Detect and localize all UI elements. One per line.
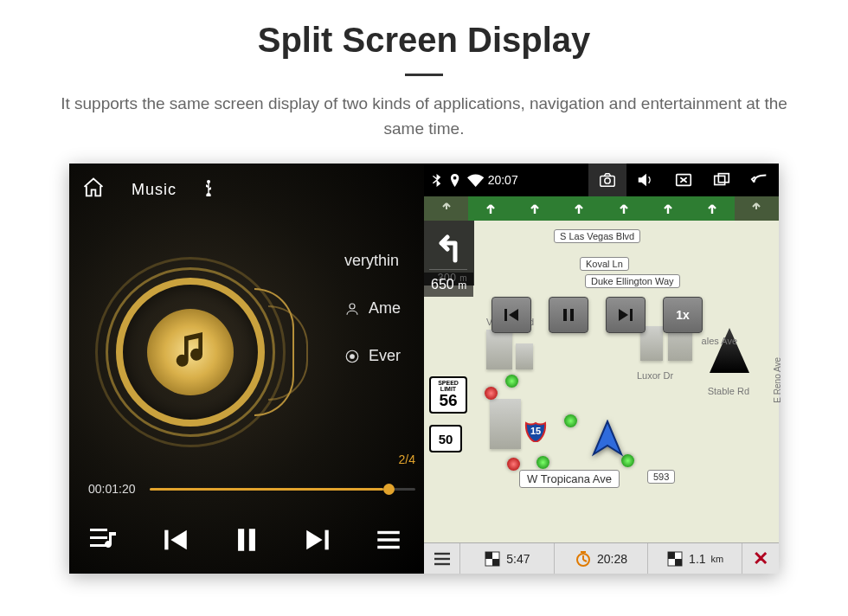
distance-value: 1.1 <box>689 552 705 566</box>
svg-rect-23 <box>563 309 567 321</box>
traffic-light-icon <box>536 456 549 469</box>
svg-rect-18 <box>715 176 725 184</box>
album-art <box>95 257 286 447</box>
street-label: S Las Vegas Blvd <box>554 229 640 243</box>
svg-rect-22 <box>504 309 507 321</box>
street-label: Duke Ellington Way <box>585 274 680 288</box>
next-track-button[interactable] <box>303 525 332 558</box>
traffic-light-icon <box>505 375 518 388</box>
track-counter: 2/4 <box>399 452 415 466</box>
location-icon <box>450 174 459 187</box>
lane-right-icon <box>735 196 779 221</box>
svg-point-2 <box>350 304 355 309</box>
total-turn-distance: 650 <box>431 277 454 292</box>
lane-straight-icon <box>691 196 735 221</box>
street-label-current: W Tropicana Ave <box>519 470 620 488</box>
album-icon <box>344 349 360 364</box>
close-app-button[interactable] <box>665 164 703 196</box>
recent-apps-button[interactable] <box>703 164 741 196</box>
street-label: Stable Rd <box>703 385 755 397</box>
progress-bar[interactable]: 00:01:20 <box>88 482 415 496</box>
turn-left-icon <box>429 226 467 264</box>
svg-rect-8 <box>164 530 168 550</box>
distance-unit: km <box>711 554 724 564</box>
screenshot-button[interactable] <box>588 164 626 196</box>
music-notes-icon <box>166 326 215 378</box>
traffic-light-icon <box>485 387 498 400</box>
nav-duration[interactable]: 20:28 <box>555 543 649 574</box>
usb-icon[interactable] <box>202 179 215 200</box>
lane-guidance-bar <box>424 196 779 221</box>
svg-point-4 <box>350 354 355 358</box>
nav-close-button[interactable]: ✕ <box>742 543 779 574</box>
svg-rect-10 <box>249 529 255 551</box>
speed-limit-value: 56 <box>431 392 466 408</box>
bluetooth-icon <box>431 174 442 187</box>
playlist-button[interactable] <box>90 525 119 558</box>
speed-limit-sign: SPEED LIMIT 56 <box>429 376 467 414</box>
traffic-light-icon <box>564 414 577 427</box>
svg-rect-31 <box>581 551 586 553</box>
nav-menu-button[interactable] <box>424 543 460 574</box>
duration-value: 20:28 <box>597 552 627 566</box>
svg-rect-7 <box>90 544 107 547</box>
previous-track-button[interactable] <box>161 525 190 558</box>
map-speed-button[interactable]: 1x <box>663 297 703 333</box>
page-title: Split Screen Display <box>0 21 848 60</box>
navigation-panel: 20:07 <box>424 164 779 574</box>
svg-rect-24 <box>570 309 574 321</box>
lane-straight-icon <box>601 196 646 221</box>
track-title: verythin <box>344 252 399 270</box>
total-turn-unit: m <box>458 279 466 292</box>
svg-rect-19 <box>718 174 729 183</box>
music-tab[interactable]: Music <box>132 181 177 199</box>
building-icon <box>490 399 521 449</box>
eta-value: 5:47 <box>506 552 530 566</box>
lane-left-icon <box>424 196 468 221</box>
artist-icon <box>344 301 360 317</box>
svg-rect-9 <box>238 529 244 551</box>
map-next-button[interactable] <box>606 297 646 333</box>
traffic-light-icon <box>507 458 520 471</box>
lane-straight-icon <box>646 196 690 221</box>
street-label: E Reno Ave <box>772 352 783 408</box>
track-metadata: verythin Ame Ever <box>344 252 401 395</box>
volume-button[interactable] <box>626 164 665 196</box>
album-name: Ever <box>369 347 401 365</box>
svg-text:15: 15 <box>530 426 541 436</box>
map-prev-button[interactable] <box>491 297 531 333</box>
music-panel: Music verythin Ame Ev <box>69 164 424 574</box>
split-screen-device: Music verythin Ame Ev <box>69 164 779 574</box>
wifi-icon <box>467 174 484 187</box>
page-description: It supports the same screen display of t… <box>43 92 805 141</box>
artist-name: Ame <box>369 299 401 318</box>
exit-label: 593 <box>647 470 675 484</box>
status-clock: 20:07 <box>488 173 518 187</box>
title-underline <box>405 74 443 76</box>
back-button[interactable] <box>741 164 779 196</box>
vehicle-position-icon <box>590 420 625 461</box>
building-icon <box>516 343 533 369</box>
nav-eta[interactable]: 5:47 <box>460 543 555 574</box>
elapsed-time: 00:01:20 <box>88 482 136 496</box>
map-pause-button[interactable] <box>549 297 588 333</box>
svg-rect-11 <box>325 530 329 550</box>
svg-rect-5 <box>90 529 107 531</box>
home-icon[interactable] <box>81 176 106 203</box>
street-label: Koval Ln <box>580 257 629 271</box>
pause-button[interactable] <box>232 525 261 558</box>
svg-point-16 <box>605 178 610 183</box>
total-turn-distance-box: 650 m <box>424 273 473 297</box>
svg-rect-6 <box>90 536 107 539</box>
list-button[interactable] <box>374 525 403 558</box>
lane-straight-icon <box>468 196 512 221</box>
building-icon <box>486 330 512 369</box>
nav-distance[interactable]: 1.1km <box>648 543 742 574</box>
nav-bottom-bar: 5:47 20:28 1.1km ✕ <box>424 542 779 574</box>
system-status-bar: 20:07 <box>424 164 779 196</box>
route-sign: 50 <box>429 425 462 452</box>
svg-rect-25 <box>630 309 633 321</box>
street-label: Luxor Dr <box>632 369 678 382</box>
lane-straight-icon <box>513 196 557 221</box>
street-label: ales Ave <box>697 335 742 347</box>
